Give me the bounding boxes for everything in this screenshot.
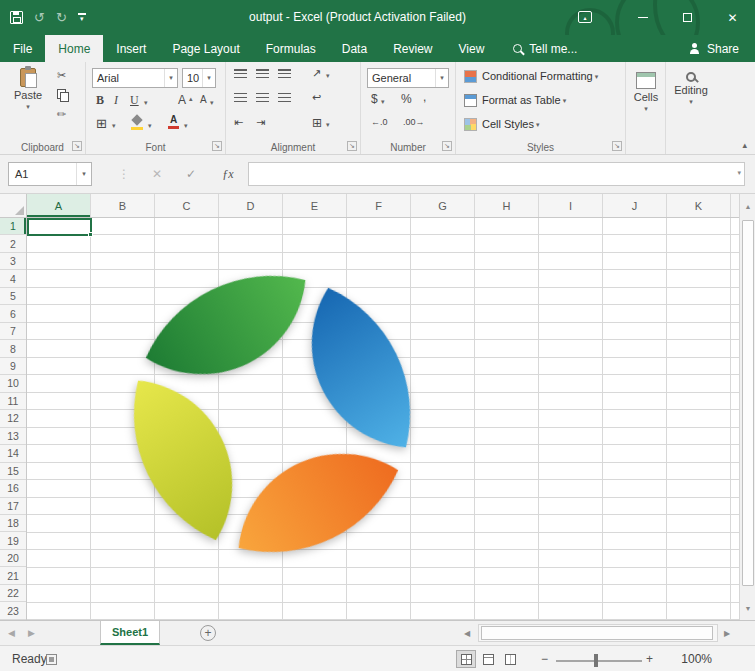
top-align-button[interactable] bbox=[234, 69, 247, 80]
row-header-9[interactable]: 9 bbox=[0, 358, 26, 375]
format-painter-button[interactable]: ✏ bbox=[57, 109, 66, 120]
chevron-down-icon[interactable]: ▾ bbox=[326, 72, 330, 80]
vertical-scrollbar[interactable]: ▲ ▼ bbox=[739, 194, 755, 620]
accounting-format-button[interactable]: $ bbox=[371, 93, 378, 105]
sheet-nav-left-icon[interactable]: ◀ bbox=[8, 621, 15, 645]
row-header-21[interactable]: 21 bbox=[0, 567, 26, 584]
column-header-D[interactable]: D bbox=[219, 194, 283, 217]
row-header-18[interactable]: 18 bbox=[0, 515, 26, 532]
row-header-16[interactable]: 16 bbox=[0, 480, 26, 497]
column-header-A[interactable]: A bbox=[27, 194, 91, 217]
italic-button[interactable]: I bbox=[114, 94, 118, 106]
customize-quick-access-icon[interactable]: ▾ bbox=[78, 13, 86, 22]
column-header-C[interactable]: C bbox=[155, 194, 219, 217]
horizontal-scrollbar-thumb[interactable] bbox=[481, 626, 713, 640]
maximize-button[interactable] bbox=[665, 0, 710, 35]
cancel-button[interactable]: ✕ bbox=[146, 162, 168, 186]
horizontal-scrollbar[interactable] bbox=[478, 624, 718, 642]
tab-file[interactable]: File bbox=[0, 35, 45, 62]
tab-review[interactable]: Review bbox=[380, 35, 445, 62]
font-dialog-launcher-icon[interactable]: ↘ bbox=[212, 141, 222, 151]
wrap-text-button[interactable]: ↩ bbox=[312, 92, 321, 103]
select-all-button[interactable] bbox=[0, 194, 27, 217]
row-header-12[interactable]: 12 bbox=[0, 410, 26, 427]
row-header-23[interactable]: 23 bbox=[0, 602, 26, 619]
row-header-6[interactable]: 6 bbox=[0, 305, 26, 322]
normal-view-button[interactable] bbox=[456, 650, 476, 668]
row-header-15[interactable]: 15 bbox=[0, 463, 26, 480]
bold-button[interactable]: B bbox=[96, 94, 104, 106]
row-header-17[interactable]: 17 bbox=[0, 498, 26, 515]
redo-icon[interactable]: ↻ bbox=[56, 11, 67, 24]
save-icon[interactable] bbox=[10, 11, 23, 24]
ribbon-display-options-icon[interactable]: ▴ bbox=[578, 11, 592, 23]
chevron-down-icon[interactable]: ▾ bbox=[435, 69, 448, 87]
cut-button[interactable]: ✂ bbox=[57, 70, 66, 81]
row-header-14[interactable]: 14 bbox=[0, 445, 26, 462]
font-name-combobox[interactable]: Arial ▾ bbox=[92, 68, 178, 88]
underline-button[interactable]: U bbox=[130, 94, 139, 106]
tab-view[interactable]: View bbox=[446, 35, 498, 62]
percent-style-button[interactable]: % bbox=[401, 93, 412, 105]
grow-font-button[interactable]: A bbox=[178, 94, 186, 106]
decrease-indent-button[interactable]: ⇤ bbox=[234, 117, 243, 128]
embedded-logo-image[interactable] bbox=[122, 264, 422, 564]
collapse-ribbon-icon[interactable]: ▴ bbox=[742, 140, 747, 150]
insert-function-button[interactable]: ƒx bbox=[216, 162, 240, 186]
zoom-in-button[interactable]: + bbox=[646, 652, 653, 666]
comma-style-button[interactable]: , bbox=[423, 91, 426, 103]
number-format-combobox[interactable]: General ▾ bbox=[367, 68, 449, 88]
align-right-button[interactable] bbox=[278, 93, 291, 104]
column-header-J[interactable]: J bbox=[603, 194, 667, 217]
styles-dialog-launcher-icon[interactable]: ↘ bbox=[612, 141, 622, 151]
increase-indent-button[interactable]: ⇥ bbox=[256, 117, 265, 128]
zoom-out-button[interactable]: − bbox=[541, 652, 548, 666]
hscroll-right-icon[interactable]: ▶ bbox=[724, 621, 730, 645]
minimize-button[interactable] bbox=[620, 0, 665, 35]
column-header-E[interactable]: E bbox=[283, 194, 347, 217]
expand-formula-bar-icon[interactable]: ▾ bbox=[737, 169, 741, 177]
column-header-F[interactable]: F bbox=[347, 194, 411, 217]
row-header-20[interactable]: 20 bbox=[0, 550, 26, 567]
format-as-table-button[interactable]: Format as Table ▾ bbox=[464, 94, 566, 107]
formula-input[interactable] bbox=[248, 162, 745, 186]
fill-color-button[interactable] bbox=[130, 116, 144, 130]
scroll-down-icon[interactable]: ▼ bbox=[740, 596, 755, 620]
decrease-decimal-button[interactable]: .00→ bbox=[403, 118, 425, 127]
vertical-scrollbar-thumb[interactable] bbox=[742, 220, 754, 586]
column-header-H[interactable]: H bbox=[475, 194, 539, 217]
chevron-down-icon[interactable]: ▾ bbox=[112, 122, 116, 130]
enter-button[interactable]: ✓ bbox=[180, 162, 202, 186]
number-dialog-launcher-icon[interactable]: ↘ bbox=[442, 141, 452, 151]
page-break-view-button[interactable] bbox=[500, 650, 520, 668]
close-button[interactable]: ✕ bbox=[710, 0, 755, 35]
alignment-dialog-launcher-icon[interactable]: ↘ bbox=[347, 141, 357, 151]
chevron-down-icon[interactable]: ▾ bbox=[148, 122, 152, 130]
row-header-19[interactable]: 19 bbox=[0, 532, 26, 549]
chevron-down-icon[interactable]: ▾ bbox=[164, 69, 177, 87]
chevron-down-icon[interactable]: ▾ bbox=[184, 122, 188, 130]
sheet-nav-right-icon[interactable]: ▶ bbox=[28, 621, 35, 645]
zoom-slider-thumb[interactable] bbox=[594, 654, 598, 667]
row-header-4[interactable]: 4 bbox=[0, 270, 26, 287]
row-header-8[interactable]: 8 bbox=[0, 340, 26, 357]
row-header-10[interactable]: 10 bbox=[0, 375, 26, 392]
macro-record-icon[interactable] bbox=[46, 654, 57, 665]
chevron-down-icon[interactable]: ▾ bbox=[202, 69, 215, 87]
name-box[interactable]: A1 ▾ bbox=[8, 162, 92, 186]
shrink-font-button[interactable]: A bbox=[200, 95, 207, 105]
row-header-3[interactable]: 3 bbox=[0, 253, 26, 270]
align-left-button[interactable] bbox=[234, 93, 247, 104]
row-header-1[interactable]: 1 bbox=[0, 218, 26, 235]
chevron-down-icon[interactable]: ▾ bbox=[381, 98, 385, 106]
active-cell-selection[interactable] bbox=[27, 218, 92, 236]
tab-insert[interactable]: Insert bbox=[103, 35, 159, 62]
column-header-G[interactable]: G bbox=[411, 194, 475, 217]
row-header-11[interactable]: 11 bbox=[0, 393, 26, 410]
namebox-splitter[interactable]: ⋮ bbox=[118, 162, 130, 186]
tab-page-layout[interactable]: Page Layout bbox=[159, 35, 252, 62]
undo-icon[interactable]: ↺ bbox=[34, 11, 45, 24]
clipboard-dialog-launcher-icon[interactable]: ↘ bbox=[72, 141, 82, 151]
middle-align-button[interactable] bbox=[256, 69, 269, 80]
editing-button[interactable]: Editing ▾ bbox=[670, 72, 712, 106]
